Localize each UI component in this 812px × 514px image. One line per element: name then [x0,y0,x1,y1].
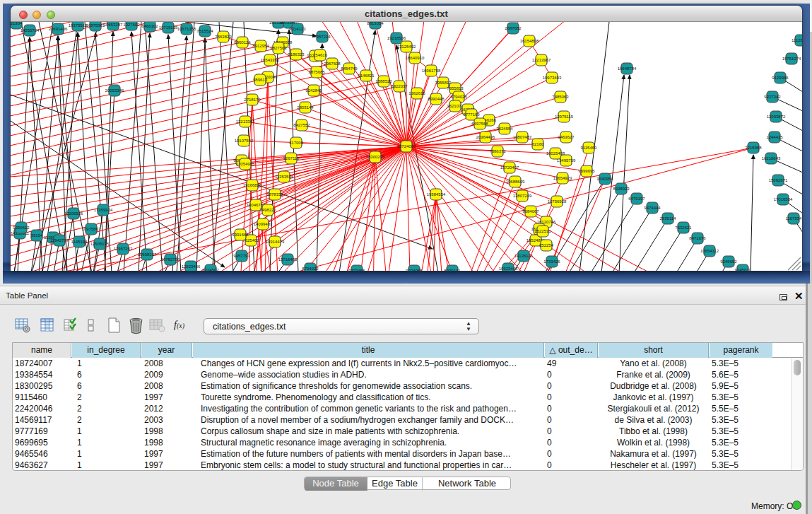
svg-text:1733426: 1733426 [543,259,560,264]
svg-text:12923466: 12923466 [182,264,201,269]
svg-text:2522531: 2522531 [534,229,551,233]
svg-text:9314123: 9314123 [289,27,306,31]
svg-text:15751074: 15751074 [782,57,801,61]
svg-text:16154808: 16154808 [520,39,539,43]
svg-text:6466102: 6466102 [141,24,158,28]
svg-text:10654112: 10654112 [700,249,719,253]
svg-text:3215958: 3215958 [745,146,762,150]
svg-text:8454749: 8454749 [341,66,358,71]
svg-text:12505135: 12505135 [90,242,110,246]
svg-text:10107552: 10107552 [235,139,254,143]
svg-text:17957253: 17957253 [114,247,133,251]
svg-text:9457791: 9457791 [233,254,250,258]
svg-text:62160: 62160 [532,142,544,146]
svg-text:1640954: 1640954 [596,177,613,181]
svg-text:10719135: 10719135 [159,25,178,30]
svg-text:10975867: 10975867 [82,227,101,231]
svg-text:8960124: 8960124 [234,40,251,45]
svg-text:16543362: 16543362 [261,58,280,62]
svg-text:13975115: 13975115 [555,115,574,119]
svg-text:9115460: 9115460 [581,146,598,150]
svg-text:2687682: 2687682 [505,26,522,30]
svg-text:12213967: 12213967 [532,58,551,62]
svg-text:7357224: 7357224 [314,35,331,39]
svg-text:20691406: 20691406 [49,27,68,31]
svg-text:8938923: 8938923 [613,187,630,191]
svg-text:1145194: 1145194 [71,240,88,244]
svg-text:2803144: 2803144 [297,105,314,110]
svg-text:8912954: 8912954 [252,44,269,48]
svg-text:8186323: 8186323 [288,52,305,57]
svg-text:154616: 154616 [313,53,328,57]
svg-text:8813054: 8813054 [367,22,384,25]
svg-text:13807249: 13807249 [513,194,532,198]
svg-text:9732455: 9732455 [348,269,365,271]
svg-text:14099483: 14099483 [254,222,273,226]
svg-text:1991668: 1991668 [232,233,249,237]
svg-text:39154: 39154 [31,233,43,238]
svg-text:19384554: 19384554 [427,192,446,197]
svg-text:16875361: 16875361 [86,23,105,28]
svg-text:7485063: 7485063 [552,95,569,99]
svg-text:10671355: 10671355 [177,27,196,31]
svg-text:3624554: 3624554 [496,127,513,131]
svg-text:15720407: 15720407 [500,165,519,170]
svg-text:13495759: 13495759 [557,158,576,163]
svg-text:6497568: 6497568 [471,122,488,126]
svg-text:10653287: 10653287 [104,23,123,27]
svg-text:19218506: 19218506 [387,36,406,40]
svg-text:15716485: 15716485 [278,257,298,262]
svg-text:13125492: 13125492 [397,45,416,49]
svg-text:8427552: 8427552 [293,123,310,127]
svg-text:9084067: 9084067 [522,209,539,214]
svg-text:19373919: 19373919 [69,23,88,28]
svg-text:2718170: 2718170 [244,98,261,102]
svg-text:16782759: 16782759 [161,257,180,262]
svg-text:10807487: 10807487 [513,135,532,139]
svg-text:7955812: 7955812 [435,81,452,85]
svg-text:10958107: 10958107 [138,252,157,257]
svg-text:20053346: 20053346 [105,88,124,93]
svg-text:14914479: 14914479 [266,240,285,244]
svg-text:7515524: 7515524 [196,29,213,33]
svg-text:11126161: 11126161 [792,38,802,42]
svg-text:7955813: 7955813 [447,86,464,90]
svg-text:8930141: 8930141 [444,269,461,271]
svg-text:11353594: 11353594 [275,175,294,179]
svg-text:12093872: 12093872 [767,115,786,119]
svg-text:6479197: 6479197 [628,197,645,201]
svg-text:5878332: 5878332 [266,192,283,197]
svg-text:1588520: 1588520 [375,79,392,83]
svg-text:16961758: 16961758 [422,69,441,73]
svg-text:9245652: 9245652 [720,259,737,264]
svg-text:17016504: 17016504 [774,197,793,201]
svg-text:9699695: 9699695 [578,169,595,173]
svg-text:10923448: 10923448 [499,267,518,271]
svg-text:8322037: 8322037 [391,84,408,88]
svg-text:9224502: 9224502 [202,268,219,271]
svg-text:7886372: 7886372 [489,149,506,153]
svg-text:3498222: 3498222 [259,208,276,212]
svg-text:20206536: 20206536 [64,211,83,216]
svg-text:3267110: 3267110 [283,156,300,160]
svg-text:9242845: 9242845 [305,88,322,93]
svg-text:9129966: 9129966 [772,76,789,80]
svg-text:17359924: 17359924 [94,208,113,212]
svg-text:18724007: 18724007 [397,144,416,148]
svg-text:9827503: 9827503 [270,46,287,50]
svg-text:9245011: 9245011 [735,268,752,271]
svg-text:7632621: 7632621 [675,226,692,230]
svg-text:21304: 21304 [11,22,23,25]
svg-text:14136141: 14136141 [514,254,534,258]
svg-text:1244415: 1244415 [766,135,783,139]
svg-text:20364436: 20364436 [476,135,495,139]
svg-text:15692971: 15692971 [769,178,788,182]
svg-text:1327602: 1327602 [123,23,140,27]
svg-text:19166825: 19166825 [243,183,262,187]
svg-text:10688609: 10688609 [506,180,525,184]
svg-text:8990448: 8990448 [428,97,445,101]
svg-text:8471676: 8471676 [689,236,706,240]
svg-text:1362615: 1362615 [408,91,425,95]
svg-text:3875685: 3875685 [308,70,325,74]
svg-text:8794022: 8794022 [302,267,319,271]
